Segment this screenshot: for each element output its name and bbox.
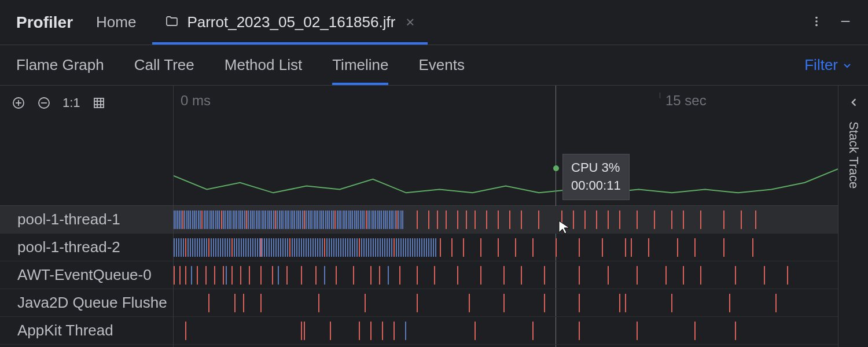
svg-rect-303 — [648, 238, 649, 257]
thread-row-label[interactable]: pool-1-thread-1 — [0, 206, 173, 234]
profiler-header: Profiler Home Parrot_2023_05_02_161856.j… — [0, 0, 868, 45]
svg-rect-307 — [752, 238, 753, 257]
svg-rect-328 — [336, 266, 337, 285]
svg-rect-288 — [324, 238, 325, 257]
svg-rect-258 — [380, 238, 381, 257]
svg-rect-167 — [741, 211, 742, 229]
svg-rect-92 — [323, 211, 324, 229]
svg-rect-175 — [187, 238, 189, 257]
minimize-icon[interactable] — [839, 15, 852, 30]
svg-rect-240 — [338, 238, 339, 257]
svg-rect-158 — [596, 211, 597, 229]
svg-rect-31 — [205, 211, 207, 229]
tab-timeline[interactable]: Timeline — [332, 45, 388, 85]
svg-point-2 — [815, 24, 818, 26]
svg-rect-238 — [333, 238, 334, 257]
svg-rect-285 — [231, 238, 233, 257]
svg-rect-212 — [273, 238, 274, 257]
svg-rect-201 — [248, 238, 249, 257]
zoom-out-icon[interactable] — [37, 96, 51, 110]
svg-rect-329 — [353, 266, 354, 285]
svg-rect-44 — [230, 211, 231, 229]
file-tab[interactable]: Parrot_2023_05_02_161856.jfr × — [152, 0, 427, 45]
svg-rect-107 — [352, 211, 353, 229]
tab-events[interactable]: Events — [418, 45, 465, 85]
thread-track[interactable] — [174, 261, 838, 289]
svg-rect-324 — [272, 266, 273, 285]
svg-rect-294 — [480, 238, 481, 257]
thread-row-label[interactable]: AppKit Thread — [0, 317, 173, 345]
stack-trace-label: Stack Trace — [846, 121, 861, 189]
tab-flame-graph[interactable]: Flame Graph — [16, 45, 104, 85]
svg-rect-87 — [314, 211, 315, 229]
svg-rect-196 — [236, 238, 237, 257]
svg-rect-243 — [345, 238, 346, 257]
zoom-reset-button[interactable]: 1:1 — [62, 95, 80, 110]
svg-rect-176 — [190, 238, 191, 257]
thread-row-label[interactable]: pool-1-thread-2 — [0, 234, 173, 261]
svg-rect-169 — [174, 238, 175, 257]
close-icon[interactable]: × — [406, 13, 414, 31]
svg-rect-17 — [179, 211, 180, 229]
thread-row-label[interactable]: AWT-EventQueue-0 — [0, 261, 173, 289]
svg-rect-28 — [200, 211, 201, 229]
svg-rect-378 — [694, 322, 696, 340]
svg-rect-296 — [515, 238, 516, 257]
svg-rect-290 — [393, 238, 395, 257]
svg-rect-198 — [241, 238, 242, 257]
thread-row-label[interactable]: Java2D Queue Flushe — [0, 289, 173, 317]
svg-rect-316 — [197, 266, 198, 285]
svg-rect-278 — [426, 238, 427, 257]
thread-list-column: 1:1 pool-1-thread-1 pool-1-thread-2 AWT-… — [0, 86, 174, 347]
svg-rect-268 — [403, 238, 404, 257]
svg-rect-46 — [234, 211, 236, 229]
svg-rect-211 — [271, 238, 272, 257]
svg-rect-164 — [683, 211, 684, 229]
thread-track[interactable] — [174, 234, 838, 261]
more-options-icon[interactable] — [810, 15, 823, 30]
svg-rect-62 — [265, 211, 266, 229]
tab-method-list[interactable]: Method List — [225, 45, 302, 85]
fit-selection-icon[interactable] — [92, 96, 106, 110]
svg-rect-275 — [419, 238, 420, 257]
svg-rect-265 — [396, 238, 397, 257]
thread-track[interactable] — [174, 317, 838, 345]
svg-rect-351 — [243, 294, 244, 312]
svg-rect-63 — [267, 211, 269, 229]
svg-rect-149 — [475, 211, 476, 229]
svg-rect-282 — [435, 238, 436, 257]
svg-rect-298 — [556, 238, 557, 257]
svg-rect-291 — [440, 238, 441, 257]
thread-track[interactable] — [174, 289, 838, 317]
svg-rect-220 — [292, 238, 293, 257]
view-tabs: Flame Graph Call Tree Method List Timeli… — [0, 45, 868, 86]
folder-icon — [165, 14, 187, 31]
svg-rect-370 — [359, 322, 360, 340]
svg-rect-129 — [395, 211, 396, 229]
svg-rect-208 — [264, 238, 265, 257]
zoom-in-icon[interactable] — [12, 96, 25, 110]
home-tab[interactable]: Home — [96, 13, 136, 31]
svg-rect-56 — [253, 211, 255, 229]
stack-trace-sidebar[interactable]: Stack Trace — [838, 86, 868, 347]
svg-rect-197 — [238, 238, 240, 257]
svg-rect-362 — [671, 294, 672, 312]
cpu-chart[interactable] — [174, 120, 838, 206]
svg-rect-269 — [405, 238, 406, 257]
svg-rect-300 — [602, 238, 603, 257]
svg-rect-116 — [369, 211, 370, 229]
svg-rect-165 — [700, 211, 701, 229]
svg-rect-305 — [694, 238, 696, 257]
thread-track[interactable] — [174, 206, 838, 234]
svg-rect-369 — [330, 322, 331, 340]
filter-dropdown[interactable]: Filter — [804, 56, 852, 74]
svg-rect-151 — [498, 211, 499, 229]
svg-rect-66 — [273, 211, 274, 229]
svg-rect-322 — [249, 266, 250, 285]
svg-rect-368 — [304, 322, 305, 340]
timeline-canvas[interactable]: 0 ms 15 sec CPU 3% 00:00:11 — [174, 86, 838, 347]
svg-rect-286 — [260, 238, 262, 257]
tab-call-tree[interactable]: Call Tree — [134, 45, 194, 85]
svg-rect-326 — [301, 266, 302, 285]
svg-rect-152 — [509, 211, 510, 229]
